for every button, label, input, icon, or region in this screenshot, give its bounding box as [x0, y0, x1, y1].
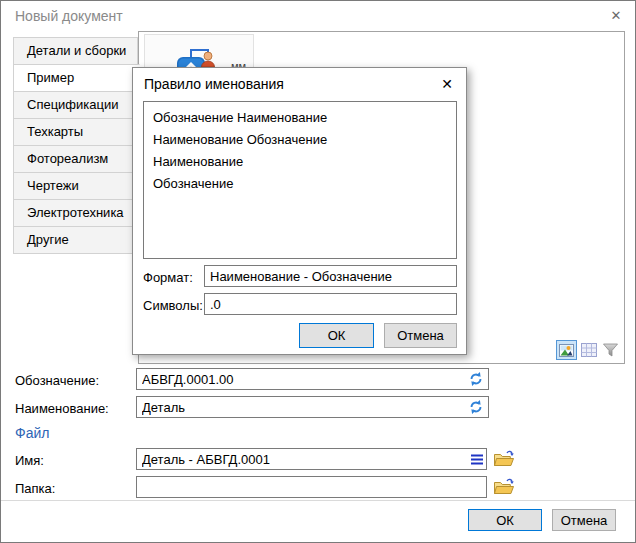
folder-input[interactable] [136, 476, 487, 498]
designation-label: Обозначение: [15, 373, 99, 388]
refresh-icon [468, 371, 484, 387]
list-item[interactable]: Обозначение Наименование [144, 107, 456, 129]
naming-rule-dialog: Правило именования ✕ Обозначение Наимено… [132, 67, 467, 355]
name-label: Наименование: [15, 401, 109, 416]
naming-ok-button[interactable]: ОК [299, 323, 374, 348]
filter-button[interactable] [600, 340, 621, 360]
file-name-input[interactable] [136, 448, 487, 470]
filter-icon [603, 343, 618, 357]
list-item[interactable]: Наименование [144, 151, 456, 173]
tab-details-assemblies[interactable]: Детали и сборки [13, 37, 138, 65]
tab-photorealism[interactable]: Фотореализм [13, 145, 138, 173]
tab-others[interactable]: Другие [13, 226, 138, 254]
thumbnail-view-button[interactable] [556, 340, 577, 360]
file-name-browse-button[interactable] [492, 446, 516, 470]
folder-label: Папка: [15, 481, 55, 496]
refresh-icon [468, 399, 484, 415]
tab-drawings[interactable]: Чертежи [13, 172, 138, 200]
footer-divider [1, 500, 636, 501]
thumbnail-view-icon [559, 344, 574, 357]
symbols-input[interactable] [204, 293, 457, 315]
format-input[interactable] [204, 265, 457, 287]
ok-button[interactable]: ОК [468, 509, 542, 531]
designation-input[interactable] [136, 368, 489, 390]
file-name-menu-button[interactable] [469, 452, 484, 466]
grid-view-button[interactable] [578, 340, 599, 360]
new-document-dialog: Новый документ ✕ мм Детали и сборки Прим… [0, 0, 636, 543]
name-input[interactable] [136, 396, 489, 418]
file-name-label: Имя: [15, 453, 44, 468]
list-item[interactable]: Наименование Обозначение [144, 129, 456, 151]
grid-view-icon [581, 343, 597, 357]
tab-specifications[interactable]: Спецификации [13, 91, 138, 119]
designation-refresh-button[interactable] [466, 370, 485, 388]
naming-cancel-button[interactable]: Отмена [384, 323, 457, 348]
list-item[interactable]: Обозначение [144, 173, 456, 195]
menu-icon [471, 454, 483, 465]
format-label: Формат: [143, 270, 193, 285]
tab-electrical[interactable]: Электротехника [13, 199, 138, 227]
naming-dialog-title: Правило именования [144, 76, 284, 92]
tab-example[interactable]: Пример [13, 64, 140, 92]
symbols-label: Символы: [143, 298, 203, 313]
close-icon[interactable]: ✕ [603, 5, 629, 27]
file-section-header: Файл [15, 425, 49, 441]
folder-browse-button[interactable] [492, 474, 516, 498]
view-toolbar [556, 340, 621, 360]
window-title: Новый документ [15, 8, 123, 24]
cancel-button[interactable]: Отмена [552, 509, 616, 531]
tab-techcards[interactable]: Техкарты [13, 118, 138, 146]
category-tabs: Детали и сборки Пример Спецификации Техк… [13, 37, 141, 254]
open-folder-icon [493, 448, 515, 468]
open-folder-icon [493, 476, 515, 496]
name-refresh-button[interactable] [466, 398, 485, 416]
naming-rule-list: Обозначение Наименование Наименование Об… [143, 101, 457, 259]
naming-close-icon[interactable]: ✕ [436, 73, 458, 95]
